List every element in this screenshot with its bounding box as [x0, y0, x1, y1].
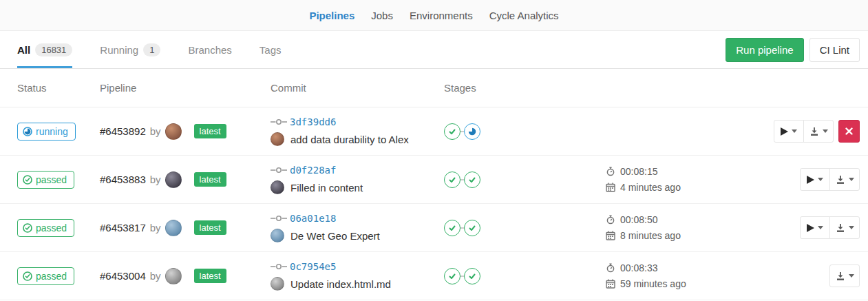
- commit-message-link[interactable]: Update index.html.md: [290, 278, 391, 290]
- toolbar-buttons: Run pipeline CI Lint: [726, 31, 860, 68]
- pipeline-duration: 00:08:50: [620, 214, 658, 225]
- nav-tab-cycle-analytics[interactable]: Cycle Analytics: [489, 10, 559, 21]
- commit-sha-link[interactable]: d0f228af: [290, 165, 336, 176]
- stage-passed-icon[interactable]: [444, 268, 461, 284]
- stage-passed-icon[interactable]: [464, 268, 480, 284]
- artifacts-dropdown-button[interactable]: [829, 168, 860, 191]
- calendar-icon: [606, 183, 615, 192]
- close-icon: [845, 127, 853, 135]
- download-icon: [836, 271, 845, 281]
- chevron-down-icon: [849, 226, 854, 229]
- row-action-group: [800, 168, 860, 191]
- row-action-group: [800, 216, 860, 239]
- timer-icon: [606, 263, 615, 273]
- pipeline-id-link[interactable]: #6453883: [100, 174, 146, 185]
- play-icon: [807, 224, 814, 232]
- cancel-pipeline-button[interactable]: [838, 120, 860, 143]
- tab-all-count-badge: 16831: [35, 43, 72, 56]
- run-pipeline-button[interactable]: Run pipeline: [726, 38, 803, 62]
- stage-passed-icon[interactable]: [464, 220, 480, 236]
- stage-passed-icon[interactable]: [444, 123, 461, 140]
- nav-tab-environments[interactable]: Environments: [410, 10, 473, 21]
- status-badge-passed[interactable]: passed: [17, 267, 74, 285]
- passed-status-icon: [23, 223, 32, 233]
- running-status-icon: [23, 127, 32, 136]
- tab-running-count-badge: 1: [143, 43, 160, 56]
- pipeline-author-avatar[interactable]: [165, 220, 182, 236]
- chevron-down-icon: [823, 129, 828, 133]
- pipeline-id-link[interactable]: #6453004: [100, 270, 146, 282]
- commit-author-avatar[interactable]: [271, 180, 284, 194]
- tab-tags[interactable]: Tags: [260, 31, 282, 68]
- commit-icon: [271, 262, 287, 271]
- pipeline-row: passed #6453004 by latest 0c7954e5 Updat…: [0, 252, 868, 300]
- status-badge-running[interactable]: running: [17, 123, 76, 141]
- download-icon: [809, 127, 819, 136]
- row-action-group: [774, 120, 834, 143]
- tab-all-label: All: [17, 44, 30, 56]
- tab-running[interactable]: Running 1: [100, 31, 160, 68]
- pipeline-row: running #6453892 by latest 3df39dd6 add …: [0, 107, 868, 156]
- chevron-down-icon: [818, 178, 823, 181]
- stage-passed-icon[interactable]: [444, 172, 461, 188]
- latest-badge: latest: [194, 124, 226, 138]
- timer-icon: [606, 167, 615, 176]
- play-icon: [807, 176, 814, 184]
- ci-lint-button[interactable]: CI Lint: [809, 38, 860, 62]
- commit-sha-link[interactable]: 06a01e18: [290, 213, 336, 224]
- commit-author-avatar[interactable]: [271, 229, 284, 242]
- commit-sha-link[interactable]: 0c7954e5: [290, 261, 336, 272]
- by-label: by: [150, 125, 161, 137]
- commit-message-link[interactable]: Filled in content: [290, 182, 363, 194]
- commit-icon: [271, 118, 287, 126]
- nav-tab-jobs[interactable]: Jobs: [371, 10, 393, 21]
- download-icon: [836, 223, 845, 233]
- chevron-down-icon: [818, 226, 823, 229]
- status-badge-passed[interactable]: passed: [17, 171, 74, 189]
- tab-all[interactable]: All 16831: [17, 31, 72, 68]
- calendar-icon: [606, 231, 615, 240]
- tab-branches[interactable]: Branches: [188, 31, 231, 68]
- commit-message-link[interactable]: add data durability to Alex: [290, 134, 409, 145]
- pipelines-table-header: Status Pipeline Commit Stages: [0, 69, 868, 107]
- manual-actions-dropdown-button[interactable]: [774, 120, 804, 143]
- commit-author-avatar[interactable]: [271, 132, 284, 146]
- nav-tab-pipelines[interactable]: Pipelines: [309, 10, 354, 21]
- commit-message-link[interactable]: De Wet Geo Expert: [290, 230, 380, 242]
- artifacts-dropdown-button[interactable]: [829, 216, 860, 239]
- pipeline-duration: 00:08:33: [620, 262, 658, 273]
- chevron-down-icon: [792, 129, 797, 133]
- pipeline-duration: 00:08:15: [620, 166, 658, 177]
- pipeline-author-avatar[interactable]: [165, 172, 182, 188]
- pipeline-id-link[interactable]: #6453817: [100, 222, 146, 233]
- stage-passed-icon[interactable]: [444, 220, 461, 236]
- passed-status-icon: [23, 271, 32, 281]
- column-header-stages: Stages: [444, 82, 606, 94]
- artifacts-dropdown-button[interactable]: [829, 264, 860, 287]
- chevron-down-icon: [849, 274, 854, 278]
- latest-badge: latest: [194, 269, 226, 283]
- status-label: passed: [36, 174, 67, 185]
- commit-sha-link[interactable]: 3df39dd6: [290, 116, 336, 127]
- tab-running-label: Running: [100, 44, 138, 56]
- commit-icon: [271, 166, 287, 174]
- play-icon: [781, 127, 788, 136]
- manual-actions-dropdown-button[interactable]: [800, 216, 830, 239]
- calendar-icon: [606, 279, 615, 289]
- manual-actions-dropdown-button[interactable]: [800, 168, 830, 191]
- pipeline-id-link[interactable]: #6453892: [100, 125, 146, 137]
- pipeline-filter-tabs: All 16831 Running 1 Branches Tags: [17, 31, 282, 68]
- status-badge-passed[interactable]: passed: [17, 219, 74, 237]
- pipeline-author-avatar[interactable]: [165, 268, 182, 284]
- artifacts-dropdown-button[interactable]: [803, 120, 834, 143]
- pipeline-finished-time: 59 minutes ago: [620, 278, 686, 289]
- stage-running-icon[interactable]: [464, 123, 480, 140]
- pipeline-finished-time: 4 minutes ago: [620, 182, 681, 193]
- passed-status-icon: [23, 175, 32, 185]
- stage-passed-icon[interactable]: [464, 172, 480, 188]
- commit-author-avatar[interactable]: [271, 277, 284, 291]
- column-header-commit: Commit: [271, 82, 444, 94]
- tab-branches-label: Branches: [188, 44, 231, 56]
- status-label: passed: [36, 271, 67, 282]
- pipeline-author-avatar[interactable]: [165, 123, 182, 140]
